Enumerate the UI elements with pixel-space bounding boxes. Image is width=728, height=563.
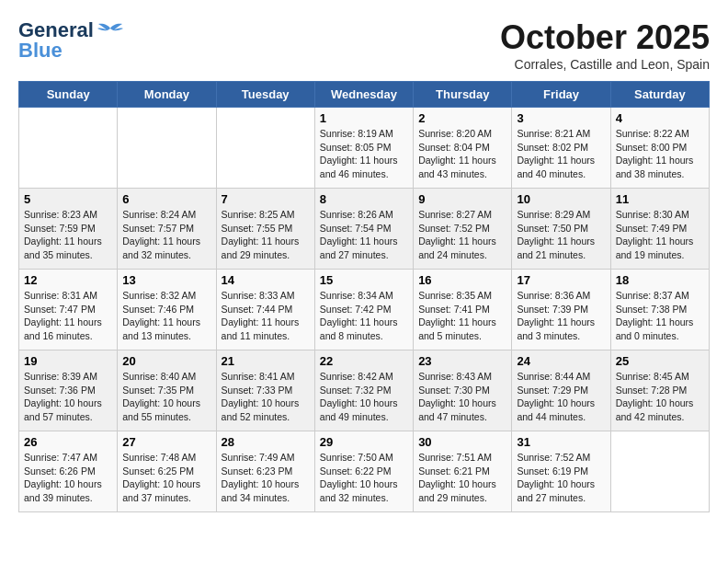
calendar-cell: 17Sunrise: 8:36 AM Sunset: 7:39 PM Dayli…: [512, 270, 610, 350]
page-header: General Blue October 2025 Corrales, Cast…: [18, 18, 710, 72]
calendar-cell: 6Sunrise: 8:24 AM Sunset: 7:57 PM Daylig…: [118, 189, 216, 270]
day-info: Sunrise: 8:36 AM Sunset: 7:39 PM Dayligh…: [517, 289, 605, 343]
day-info: Sunrise: 7:47 AM Sunset: 6:26 PM Dayligh…: [24, 451, 112, 505]
day-number: 2: [418, 111, 506, 125]
title-section: October 2025 Corrales, Castille and Leon…: [500, 18, 710, 72]
calendar-cell: 8Sunrise: 8:26 AM Sunset: 7:54 PM Daylig…: [314, 189, 413, 270]
calendar-cell: 30Sunrise: 7:51 AM Sunset: 6:21 PM Dayli…: [414, 431, 512, 512]
calendar-week-4: 19Sunrise: 8:39 AM Sunset: 7:36 PM Dayli…: [19, 350, 710, 431]
calendar-cell: 7Sunrise: 8:25 AM Sunset: 7:55 PM Daylig…: [216, 189, 314, 270]
day-number: 13: [122, 273, 210, 287]
calendar-week-1: 1Sunrise: 8:19 AM Sunset: 8:05 PM Daylig…: [19, 108, 710, 189]
day-number: 9: [418, 192, 506, 206]
day-number: 22: [320, 354, 408, 368]
logo-text-blue: Blue: [18, 39, 63, 63]
day-info: Sunrise: 8:25 AM Sunset: 7:55 PM Dayligh…: [222, 208, 310, 262]
calendar-cell: 10Sunrise: 8:29 AM Sunset: 7:50 PM Dayli…: [512, 189, 610, 270]
day-number: 23: [418, 354, 506, 368]
day-number: 27: [122, 435, 210, 449]
day-number: 10: [517, 192, 605, 206]
weekday-header-row: SundayMondayTuesdayWednesdayThursdayFrid…: [19, 82, 710, 108]
calendar-cell: 27Sunrise: 7:48 AM Sunset: 6:25 PM Dayli…: [118, 431, 216, 512]
calendar-cell: 29Sunrise: 7:50 AM Sunset: 6:22 PM Dayli…: [314, 431, 413, 512]
day-number: 12: [24, 273, 112, 287]
day-number: 5: [24, 192, 112, 206]
day-info: Sunrise: 8:34 AM Sunset: 7:42 PM Dayligh…: [320, 289, 408, 343]
day-info: Sunrise: 8:26 AM Sunset: 7:54 PM Dayligh…: [320, 208, 408, 262]
calendar-cell: [216, 108, 314, 189]
calendar-cell: 31Sunrise: 7:52 AM Sunset: 6:19 PM Dayli…: [512, 431, 610, 512]
day-number: 16: [418, 273, 506, 287]
day-info: Sunrise: 8:32 AM Sunset: 7:46 PM Dayligh…: [122, 289, 210, 343]
day-info: Sunrise: 8:42 AM Sunset: 7:32 PM Dayligh…: [320, 370, 408, 424]
calendar-cell: 9Sunrise: 8:27 AM Sunset: 7:52 PM Daylig…: [414, 189, 512, 270]
calendar-cell: [610, 431, 709, 512]
day-info: Sunrise: 8:19 AM Sunset: 8:05 PM Dayligh…: [320, 127, 408, 181]
calendar-cell: 22Sunrise: 8:42 AM Sunset: 7:32 PM Dayli…: [314, 350, 413, 431]
day-info: Sunrise: 7:49 AM Sunset: 6:23 PM Dayligh…: [222, 451, 310, 505]
calendar-cell: 3Sunrise: 8:21 AM Sunset: 8:02 PM Daylig…: [512, 108, 610, 189]
day-number: 29: [320, 435, 408, 449]
day-info: Sunrise: 8:41 AM Sunset: 7:33 PM Dayligh…: [222, 370, 310, 424]
day-number: 31: [517, 435, 605, 449]
calendar-cell: 11Sunrise: 8:30 AM Sunset: 7:49 PM Dayli…: [610, 189, 709, 270]
calendar-week-3: 12Sunrise: 8:31 AM Sunset: 7:47 PM Dayli…: [19, 270, 710, 350]
calendar-cell: 16Sunrise: 8:35 AM Sunset: 7:41 PM Dayli…: [414, 270, 512, 350]
day-info: Sunrise: 8:24 AM Sunset: 7:57 PM Dayligh…: [122, 208, 210, 262]
day-info: Sunrise: 7:50 AM Sunset: 6:22 PM Dayligh…: [320, 451, 408, 505]
calendar-table: SundayMondayTuesdayWednesdayThursdayFrid…: [18, 81, 710, 512]
day-number: 11: [616, 192, 704, 206]
day-info: Sunrise: 8:43 AM Sunset: 7:30 PM Dayligh…: [418, 370, 506, 424]
calendar-cell: 19Sunrise: 8:39 AM Sunset: 7:36 PM Dayli…: [19, 350, 118, 431]
day-number: 21: [222, 354, 310, 368]
day-info: Sunrise: 8:35 AM Sunset: 7:41 PM Dayligh…: [418, 289, 506, 343]
month-title: October 2025: [500, 18, 710, 57]
day-info: Sunrise: 8:37 AM Sunset: 7:38 PM Dayligh…: [616, 289, 704, 343]
day-info: Sunrise: 8:27 AM Sunset: 7:52 PM Dayligh…: [418, 208, 506, 262]
calendar-cell: 18Sunrise: 8:37 AM Sunset: 7:38 PM Dayli…: [610, 270, 709, 350]
day-number: 1: [320, 111, 408, 125]
calendar-cell: 20Sunrise: 8:40 AM Sunset: 7:35 PM Dayli…: [118, 350, 216, 431]
day-info: Sunrise: 8:21 AM Sunset: 8:02 PM Dayligh…: [517, 127, 605, 181]
calendar-cell: 25Sunrise: 8:45 AM Sunset: 7:28 PM Dayli…: [610, 350, 709, 431]
calendar-cell: 28Sunrise: 7:49 AM Sunset: 6:23 PM Dayli…: [216, 431, 314, 512]
day-number: 6: [122, 192, 210, 206]
day-info: Sunrise: 8:33 AM Sunset: 7:44 PM Dayligh…: [222, 289, 310, 343]
weekday-header-saturday: Saturday: [610, 82, 709, 108]
day-info: Sunrise: 8:40 AM Sunset: 7:35 PM Dayligh…: [122, 370, 210, 424]
location-subtitle: Corrales, Castille and Leon, Spain: [500, 57, 710, 72]
day-info: Sunrise: 8:44 AM Sunset: 7:29 PM Dayligh…: [517, 370, 605, 424]
calendar-cell: 24Sunrise: 8:44 AM Sunset: 7:29 PM Dayli…: [512, 350, 610, 431]
day-number: 15: [320, 273, 408, 287]
logo: General Blue: [18, 18, 123, 63]
calendar-week-5: 26Sunrise: 7:47 AM Sunset: 6:26 PM Dayli…: [19, 431, 710, 512]
day-number: 17: [517, 273, 605, 287]
calendar-cell: 15Sunrise: 8:34 AM Sunset: 7:42 PM Dayli…: [314, 270, 413, 350]
calendar-cell: 4Sunrise: 8:22 AM Sunset: 8:00 PM Daylig…: [610, 108, 709, 189]
weekday-header-thursday: Thursday: [414, 82, 512, 108]
day-number: 24: [517, 354, 605, 368]
day-number: 26: [24, 435, 112, 449]
calendar-cell: 2Sunrise: 8:20 AM Sunset: 8:04 PM Daylig…: [414, 108, 512, 189]
day-info: Sunrise: 8:23 AM Sunset: 7:59 PM Dayligh…: [24, 208, 112, 262]
day-number: 28: [222, 435, 310, 449]
day-info: Sunrise: 8:30 AM Sunset: 7:49 PM Dayligh…: [616, 208, 704, 262]
day-info: Sunrise: 8:45 AM Sunset: 7:28 PM Dayligh…: [616, 370, 704, 424]
logo-bird-icon: [97, 21, 123, 40]
day-info: Sunrise: 8:31 AM Sunset: 7:47 PM Dayligh…: [24, 289, 112, 343]
weekday-header-tuesday: Tuesday: [216, 82, 314, 108]
weekday-header-monday: Monday: [118, 82, 216, 108]
weekday-header-wednesday: Wednesday: [314, 82, 413, 108]
day-number: 25: [616, 354, 704, 368]
day-number: 18: [616, 273, 704, 287]
day-info: Sunrise: 7:51 AM Sunset: 6:21 PM Dayligh…: [418, 451, 506, 505]
day-info: Sunrise: 8:39 AM Sunset: 7:36 PM Dayligh…: [24, 370, 112, 424]
day-number: 19: [24, 354, 112, 368]
day-info: Sunrise: 8:29 AM Sunset: 7:50 PM Dayligh…: [517, 208, 605, 262]
day-info: Sunrise: 8:22 AM Sunset: 8:00 PM Dayligh…: [616, 127, 704, 181]
calendar-cell: [19, 108, 118, 189]
day-number: 20: [122, 354, 210, 368]
calendar-cell: 12Sunrise: 8:31 AM Sunset: 7:47 PM Dayli…: [19, 270, 118, 350]
calendar-week-2: 5Sunrise: 8:23 AM Sunset: 7:59 PM Daylig…: [19, 189, 710, 270]
calendar-cell: 13Sunrise: 8:32 AM Sunset: 7:46 PM Dayli…: [118, 270, 216, 350]
